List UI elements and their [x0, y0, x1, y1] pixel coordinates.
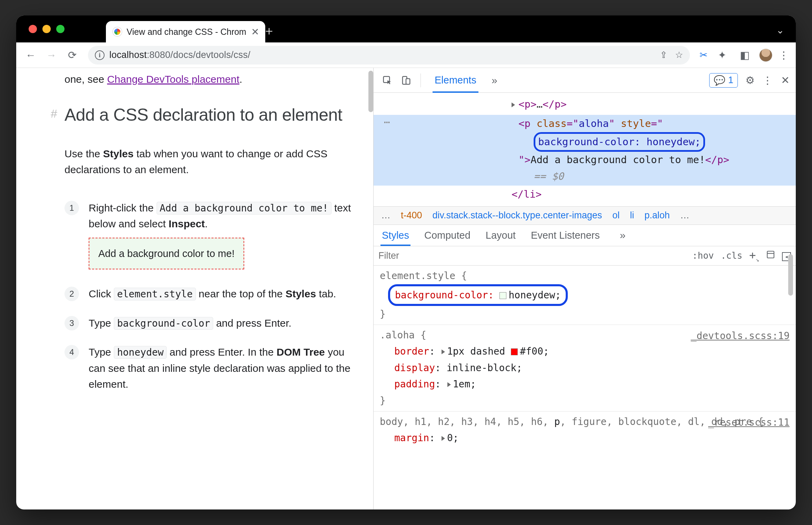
- css-property[interactable]: background-color: [395, 289, 488, 301]
- css-value[interactable]: inline-block;: [447, 362, 522, 374]
- inline-style-highlight: background-color: honeydew;: [534, 132, 705, 152]
- css-declaration[interactable]: display: inline-block;: [394, 360, 790, 376]
- rule-aloha[interactable]: _devtools.scss:19 .aloha { border: 1px d…: [374, 325, 796, 412]
- step-3: 3 Type background-color and press Enter.: [65, 315, 357, 331]
- crumb-item[interactable]: li: [630, 210, 634, 221]
- t: Click: [89, 288, 114, 299]
- device-toolbar-icon[interactable]: [398, 73, 414, 88]
- browser-toolbar: ← → ⟳ i localhost:8080/docs/devtools/css…: [16, 42, 796, 68]
- issues-count: 1: [728, 75, 733, 86]
- subtab-styles[interactable]: Styles: [382, 225, 409, 246]
- computed-styles-toggle-icon[interactable]: [766, 250, 775, 261]
- shorthand-expand-icon[interactable]: [447, 382, 451, 387]
- page-scrollbar[interactable]: [368, 71, 373, 112]
- color-swatch-icon[interactable]: [511, 348, 518, 355]
- tab-elements[interactable]: Elements: [428, 68, 483, 93]
- bookmark-icon[interactable]: ☆: [675, 50, 683, 60]
- extensions-icon[interactable]: ✦: [714, 47, 730, 63]
- scissors-icon[interactable]: ✂: [700, 49, 707, 61]
- crumb-ellipsis[interactable]: …: [680, 210, 690, 221]
- crumb-item[interactable]: t-400: [401, 210, 422, 221]
- devtools-menu-icon[interactable]: ⋮: [762, 74, 773, 86]
- css-value[interactable]: 0;: [447, 432, 459, 444]
- tabs-menu-button[interactable]: ⌄: [776, 24, 784, 36]
- reload-button[interactable]: ⟳: [64, 47, 80, 63]
- intro-link[interactable]: Change DevTools placement: [107, 73, 239, 85]
- dom-tree[interactable]: <p>…</p> ⋯ <p class="aloha" style=" back…: [374, 93, 796, 206]
- heading-anchor-icon[interactable]: #: [51, 106, 57, 121]
- back-button[interactable]: ←: [22, 47, 39, 63]
- shorthand-expand-icon[interactable]: [442, 436, 445, 441]
- tab-title: View and change CSS - Chrom: [127, 27, 246, 37]
- code-snippet: honeydew: [114, 346, 167, 359]
- issues-button[interactable]: 💬 1: [709, 73, 738, 88]
- subtab-layout[interactable]: Layout: [486, 225, 516, 246]
- color-swatch-icon[interactable]: [499, 292, 506, 299]
- rule-source-link[interactable]: _reset.scss:11: [708, 414, 790, 431]
- subtab-event-listeners[interactable]: Event Listeners: [531, 225, 600, 246]
- share-icon[interactable]: ⇪: [660, 50, 667, 60]
- intro-suffix: .: [239, 73, 242, 85]
- chrome-favicon-icon: [113, 27, 122, 36]
- window-titlebar: View and change CSS - Chrom ✕ ＋ ⌄: [16, 16, 796, 42]
- expand-caret-icon[interactable]: [512, 102, 515, 107]
- css-value[interactable]: 1px dashed: [447, 346, 511, 357]
- crumb-item[interactable]: div.stack.stack--block.type.center-image…: [433, 210, 602, 221]
- css-declaration[interactable]: padding: 1em;: [394, 376, 790, 393]
- cls-button[interactable]: .cls: [721, 250, 742, 261]
- rule-element-style[interactable]: element.style { background-color: honeyd…: [374, 266, 796, 325]
- step-1: 1 Right-click the Add a background color…: [65, 200, 357, 273]
- css-value[interactable]: honeydew: [508, 289, 555, 301]
- steps-list: 1 Right-click the Add a background color…: [65, 200, 357, 393]
- dom-row-collapsed[interactable]: <p>…</p>: [374, 96, 796, 113]
- shorthand-expand-icon[interactable]: [442, 349, 445, 354]
- dom-selected-node[interactable]: <p class="aloha" style=" background-colo…: [374, 115, 796, 186]
- demo-box[interactable]: Add a background color to me!: [89, 238, 244, 270]
- crumb-item[interactable]: p.aloh: [644, 210, 670, 221]
- css-property[interactable]: border: [394, 346, 429, 357]
- minimize-window-button[interactable]: [42, 25, 51, 33]
- new-tab-button[interactable]: ＋: [263, 25, 275, 38]
- css-value[interactable]: 1em;: [453, 378, 476, 390]
- styles-subtabs: Styles Computed Layout Event Listeners »: [374, 225, 796, 246]
- inspect-element-icon[interactable]: [380, 73, 395, 88]
- divider: [420, 73, 421, 87]
- forward-button[interactable]: →: [43, 47, 60, 63]
- hov-button[interactable]: :hov: [692, 250, 714, 261]
- window-controls: [16, 25, 65, 33]
- crumb-ellipsis[interactable]: …: [381, 210, 390, 221]
- ellipsis-text: …: [536, 98, 542, 110]
- more-subtabs-icon[interactable]: »: [615, 229, 631, 241]
- browser-tab[interactable]: View and change CSS - Chrom ✕: [106, 21, 265, 42]
- close-window-button[interactable]: [29, 25, 37, 33]
- settings-gear-icon[interactable]: ⚙: [745, 74, 755, 86]
- chrome-menu-icon[interactable]: ⋮: [779, 49, 790, 61]
- side-panel-icon[interactable]: ◧: [736, 47, 753, 63]
- dom-breadcrumb[interactable]: … t-400 div.stack.stack--block.type.cent…: [374, 206, 796, 225]
- step-number: 2: [65, 287, 79, 301]
- rule-reset[interactable]: _reset.scss:11 body, h1, h2, h3, h4, h5,…: [374, 412, 796, 448]
- css-declaration[interactable]: border: 1px dashed #f00;: [394, 343, 790, 360]
- svg-rect-2: [406, 79, 410, 84]
- fullscreen-window-button[interactable]: [56, 25, 65, 33]
- crumb-item[interactable]: ol: [612, 210, 620, 221]
- step-text: Click element.style near the top of the …: [89, 286, 336, 302]
- tab-close-icon[interactable]: ✕: [251, 26, 259, 38]
- intro-line: one, see Change DevTools placement.: [65, 71, 357, 87]
- new-style-rule-icon[interactable]: +↘: [749, 249, 759, 263]
- devtools-close-icon[interactable]: ✕: [781, 74, 790, 86]
- subtab-computed[interactable]: Computed: [424, 225, 471, 246]
- rule-source-link[interactable]: _devtools.scss:19: [691, 328, 790, 344]
- css-property[interactable]: display: [394, 362, 435, 374]
- css-property[interactable]: margin: [394, 432, 429, 444]
- dom-row-li-close[interactable]: </li>: [374, 186, 796, 204]
- more-tabs-icon[interactable]: »: [487, 75, 502, 86]
- css-declaration[interactable]: margin: 0;: [394, 430, 790, 446]
- css-property[interactable]: padding: [394, 378, 435, 390]
- address-bar[interactable]: i localhost:8080/docs/devtools/css/ ⇪ ☆: [88, 46, 690, 65]
- para-bold: Styles: [103, 148, 133, 159]
- css-value[interactable]: #f00;: [520, 346, 549, 357]
- profile-avatar[interactable]: [759, 49, 772, 62]
- styles-filter-input[interactable]: [378, 250, 685, 261]
- site-info-icon[interactable]: i: [95, 50, 105, 60]
